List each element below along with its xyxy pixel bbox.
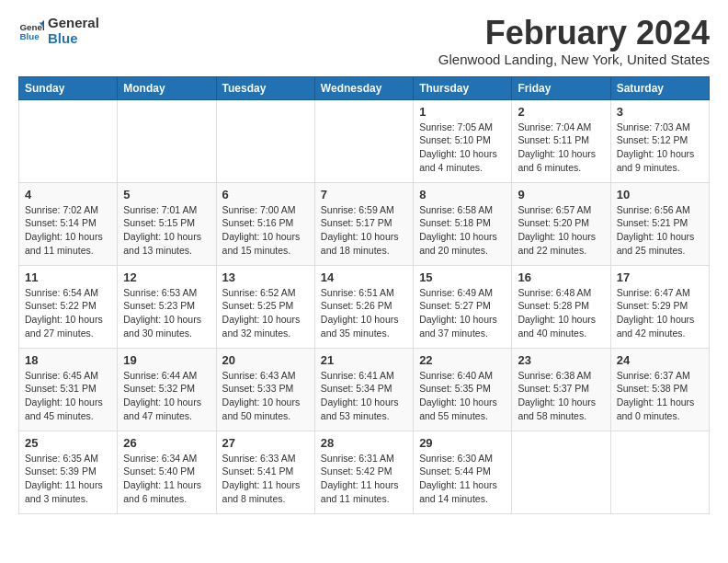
- weekday-header: Wednesday: [314, 76, 413, 99]
- day-info: Sunrise: 6:59 AM Sunset: 5:17 PM Dayligh…: [321, 203, 407, 258]
- day-number: 1: [419, 105, 506, 119]
- day-number: 5: [123, 188, 210, 201]
- day-number: 23: [518, 353, 604, 367]
- calendar-cell: 8Sunrise: 6:58 AM Sunset: 5:18 PM Daylig…: [414, 182, 512, 265]
- day-info: Sunrise: 7:05 AM Sunset: 5:10 PM Dayligh…: [419, 121, 506, 175]
- calendar-cell: 29Sunrise: 6:30 AM Sunset: 5:44 PM Dayli…: [414, 431, 512, 513]
- day-info: Sunrise: 6:37 AM Sunset: 5:38 PM Dayligh…: [617, 369, 703, 423]
- calendar-week-row: 11Sunrise: 6:54 AM Sunset: 5:22 PM Dayli…: [19, 265, 710, 348]
- day-info: Sunrise: 6:35 AM Sunset: 5:39 PM Dayligh…: [25, 452, 111, 506]
- calendar-cell: 3Sunrise: 7:03 AM Sunset: 5:12 PM Daylig…: [610, 99, 709, 182]
- day-info: Sunrise: 6:31 AM Sunset: 5:42 PM Dayligh…: [321, 452, 407, 506]
- day-number: 18: [25, 353, 111, 367]
- day-info: Sunrise: 6:40 AM Sunset: 5:35 PM Dayligh…: [419, 369, 506, 423]
- calendar-cell: 14Sunrise: 6:51 AM Sunset: 5:26 PM Dayli…: [314, 265, 413, 348]
- calendar-cell: 6Sunrise: 7:00 AM Sunset: 5:16 PM Daylig…: [216, 182, 314, 265]
- weekday-header: Saturday: [610, 76, 709, 99]
- day-number: 8: [419, 188, 506, 201]
- calendar-cell: 27Sunrise: 6:33 AM Sunset: 5:41 PM Dayli…: [216, 431, 314, 513]
- weekday-header: Tuesday: [216, 76, 314, 99]
- day-info: Sunrise: 6:58 AM Sunset: 5:18 PM Dayligh…: [419, 203, 506, 258]
- day-info: Sunrise: 6:53 AM Sunset: 5:23 PM Dayligh…: [123, 286, 210, 340]
- calendar-cell: [610, 431, 709, 513]
- day-info: Sunrise: 6:33 AM Sunset: 5:41 PM Dayligh…: [222, 452, 309, 506]
- day-number: 24: [617, 353, 703, 367]
- day-number: 2: [518, 105, 604, 119]
- day-info: Sunrise: 6:41 AM Sunset: 5:34 PM Dayligh…: [321, 369, 407, 423]
- day-number: 7: [321, 188, 407, 201]
- weekday-header: Sunday: [19, 76, 118, 99]
- calendar-cell: 24Sunrise: 6:37 AM Sunset: 5:38 PM Dayli…: [610, 348, 709, 431]
- calendar-cell: 13Sunrise: 6:52 AM Sunset: 5:25 PM Dayli…: [216, 265, 314, 348]
- calendar-cell: 7Sunrise: 6:59 AM Sunset: 5:17 PM Daylig…: [314, 182, 413, 265]
- day-number: 4: [25, 188, 111, 201]
- calendar-cell: [118, 99, 216, 182]
- day-info: Sunrise: 6:51 AM Sunset: 5:26 PM Dayligh…: [321, 286, 407, 340]
- calendar-cell: [314, 99, 413, 182]
- calendar-week-row: 25Sunrise: 6:35 AM Sunset: 5:39 PM Dayli…: [19, 431, 710, 513]
- logo-text: General Blue: [48, 15, 99, 46]
- calendar-cell: 17Sunrise: 6:47 AM Sunset: 5:29 PM Dayli…: [610, 265, 709, 348]
- day-number: 19: [123, 353, 210, 367]
- title-section: February 2024 Glenwood Landing, New York…: [438, 15, 710, 67]
- day-number: 12: [123, 270, 210, 284]
- day-number: 9: [518, 188, 604, 201]
- day-number: 10: [617, 188, 703, 201]
- calendar-cell: 4Sunrise: 7:02 AM Sunset: 5:14 PM Daylig…: [19, 182, 118, 265]
- day-info: Sunrise: 7:01 AM Sunset: 5:15 PM Dayligh…: [123, 203, 210, 258]
- calendar-cell: 16Sunrise: 6:48 AM Sunset: 5:28 PM Dayli…: [512, 265, 610, 348]
- day-info: Sunrise: 6:45 AM Sunset: 5:31 PM Dayligh…: [25, 369, 111, 423]
- day-info: Sunrise: 6:49 AM Sunset: 5:27 PM Dayligh…: [419, 286, 506, 340]
- calendar-cell: 15Sunrise: 6:49 AM Sunset: 5:27 PM Dayli…: [414, 265, 512, 348]
- day-number: 15: [419, 270, 506, 284]
- calendar-cell: 10Sunrise: 6:56 AM Sunset: 5:21 PM Dayli…: [610, 182, 709, 265]
- calendar-week-row: 4Sunrise: 7:02 AM Sunset: 5:14 PM Daylig…: [19, 182, 710, 265]
- calendar-week-row: 18Sunrise: 6:45 AM Sunset: 5:31 PM Dayli…: [19, 348, 710, 431]
- day-number: 6: [222, 188, 309, 201]
- weekday-header: Thursday: [414, 76, 512, 99]
- day-info: Sunrise: 6:47 AM Sunset: 5:29 PM Dayligh…: [617, 286, 703, 340]
- calendar-cell: 28Sunrise: 6:31 AM Sunset: 5:42 PM Dayli…: [314, 431, 413, 513]
- calendar-cell: 11Sunrise: 6:54 AM Sunset: 5:22 PM Dayli…: [19, 265, 118, 348]
- day-number: 21: [321, 353, 407, 367]
- day-number: 16: [518, 270, 604, 284]
- calendar-cell: 1Sunrise: 7:05 AM Sunset: 5:10 PM Daylig…: [414, 99, 512, 182]
- day-number: 28: [321, 436, 407, 450]
- calendar-cell: 12Sunrise: 6:53 AM Sunset: 5:23 PM Dayli…: [118, 265, 216, 348]
- calendar-cell: 22Sunrise: 6:40 AM Sunset: 5:35 PM Dayli…: [414, 348, 512, 431]
- calendar-cell: [512, 431, 610, 513]
- day-info: Sunrise: 7:04 AM Sunset: 5:11 PM Dayligh…: [518, 121, 604, 175]
- day-info: Sunrise: 6:34 AM Sunset: 5:40 PM Dayligh…: [123, 452, 210, 506]
- calendar-cell: 26Sunrise: 6:34 AM Sunset: 5:40 PM Dayli…: [118, 431, 216, 513]
- day-number: 13: [222, 270, 309, 284]
- day-info: Sunrise: 6:57 AM Sunset: 5:20 PM Dayligh…: [518, 203, 604, 258]
- calendar-cell: 19Sunrise: 6:44 AM Sunset: 5:32 PM Dayli…: [118, 348, 216, 431]
- month-title: February 2024: [438, 15, 710, 52]
- day-number: 22: [419, 353, 506, 367]
- day-info: Sunrise: 6:48 AM Sunset: 5:28 PM Dayligh…: [518, 286, 604, 340]
- day-info: Sunrise: 7:00 AM Sunset: 5:16 PM Dayligh…: [222, 203, 309, 258]
- calendar-cell: 20Sunrise: 6:43 AM Sunset: 5:33 PM Dayli…: [216, 348, 314, 431]
- day-number: 3: [617, 105, 703, 119]
- day-number: 20: [222, 353, 309, 367]
- calendar-cell: 18Sunrise: 6:45 AM Sunset: 5:31 PM Dayli…: [19, 348, 118, 431]
- day-number: 17: [617, 270, 703, 284]
- calendar-cell: 21Sunrise: 6:41 AM Sunset: 5:34 PM Dayli…: [314, 348, 413, 431]
- weekday-header: Friday: [512, 76, 610, 99]
- calendar-cell: 5Sunrise: 7:01 AM Sunset: 5:15 PM Daylig…: [118, 182, 216, 265]
- calendar-header-row: SundayMondayTuesdayWednesdayThursdayFrid…: [19, 76, 710, 99]
- calendar-table: SundayMondayTuesdayWednesdayThursdayFrid…: [18, 76, 710, 514]
- calendar-cell: [19, 99, 118, 182]
- calendar-cell: 2Sunrise: 7:04 AM Sunset: 5:11 PM Daylig…: [512, 99, 610, 182]
- weekday-header: Monday: [118, 76, 216, 99]
- day-info: Sunrise: 7:03 AM Sunset: 5:12 PM Dayligh…: [617, 121, 703, 175]
- logo-icon: General Blue: [18, 17, 44, 43]
- header: General Blue General Blue February 2024 …: [18, 15, 710, 67]
- day-info: Sunrise: 6:30 AM Sunset: 5:44 PM Dayligh…: [419, 452, 506, 506]
- day-number: 25: [25, 436, 111, 450]
- day-number: 26: [123, 436, 210, 450]
- day-info: Sunrise: 6:43 AM Sunset: 5:33 PM Dayligh…: [222, 369, 309, 423]
- day-info: Sunrise: 6:52 AM Sunset: 5:25 PM Dayligh…: [222, 286, 309, 340]
- svg-text:Blue: Blue: [19, 31, 40, 41]
- day-info: Sunrise: 6:56 AM Sunset: 5:21 PM Dayligh…: [617, 203, 703, 258]
